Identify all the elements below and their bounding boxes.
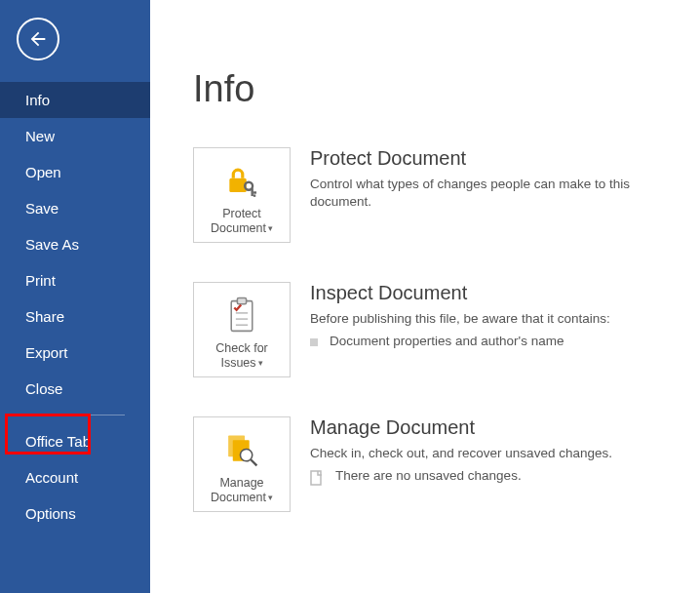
back-button[interactable] xyxy=(17,18,59,60)
backstage-sidebar: Info New Open Save Save As Print Share E… xyxy=(0,0,150,593)
nav-item-new[interactable]: New xyxy=(0,118,150,154)
button-label: Manage xyxy=(219,476,263,490)
square-bullet-icon xyxy=(310,338,318,346)
manage-bullet: There are no unsaved changes. xyxy=(335,468,522,483)
nav-item-open[interactable]: Open xyxy=(0,154,150,190)
nav-item-options[interactable]: Options xyxy=(0,495,150,532)
chevron-down-icon: ▾ xyxy=(268,223,273,234)
nav-item-save-as[interactable]: Save As xyxy=(0,226,150,262)
nav-item-info[interactable]: Info xyxy=(0,82,150,118)
svg-line-13 xyxy=(251,459,256,465)
section-protect: Protect Document▾ Protect Document Contr… xyxy=(193,147,657,243)
nav-item-save[interactable]: Save xyxy=(0,190,150,226)
button-label: Check for xyxy=(215,341,268,355)
nav-label: Export xyxy=(25,344,67,361)
nav-label: Options xyxy=(25,505,76,522)
inspect-title: Inspect Document xyxy=(310,282,657,304)
protect-document-button[interactable]: Protect Document▾ xyxy=(193,147,291,243)
nav-label: New xyxy=(25,128,55,144)
chevron-down-icon: ▾ xyxy=(258,358,263,369)
nav-label: Save As xyxy=(25,236,79,253)
nav-label: Close xyxy=(25,380,62,397)
document-icon xyxy=(310,470,324,486)
button-label: Document xyxy=(211,491,266,504)
svg-rect-3 xyxy=(253,191,256,193)
section-inspect: Check for Issues▾ Inspect Document Befor… xyxy=(193,282,657,377)
nav-label: Save xyxy=(25,200,58,217)
documents-magnify-icon xyxy=(222,431,261,470)
checklist-icon xyxy=(223,296,260,336)
button-label: Protect xyxy=(222,207,261,220)
protect-desc: Control what types of changes people can… xyxy=(310,176,657,211)
nav-item-share[interactable]: Share xyxy=(0,298,150,335)
svg-point-12 xyxy=(240,449,252,460)
button-label: Issues xyxy=(220,356,255,370)
check-for-issues-button[interactable]: Check for Issues▾ xyxy=(193,282,291,377)
page-title: Info xyxy=(193,68,657,110)
nav-label: Account xyxy=(25,469,78,486)
nav-item-close[interactable]: Close xyxy=(0,371,150,407)
inspect-bullet: Document properties and author's name xyxy=(330,334,564,348)
lock-key-icon xyxy=(223,163,260,200)
main-panel: Info Protect Document▾ Protect Document xyxy=(150,0,700,593)
nav-item-export[interactable]: Export xyxy=(0,335,150,371)
manage-title: Manage Document xyxy=(310,416,657,439)
nav-label: Share xyxy=(25,308,64,325)
button-label: Document xyxy=(211,221,266,235)
nav-separator xyxy=(25,415,125,415)
back-arrow-icon xyxy=(27,28,49,50)
section-manage: Manage Document▾ Manage Document Check i… xyxy=(193,416,657,512)
manage-desc: Check in, check out, and recover unsaved… xyxy=(310,445,657,462)
svg-rect-6 xyxy=(237,298,246,304)
nav-label: Open xyxy=(25,164,61,180)
svg-rect-14 xyxy=(311,471,321,485)
svg-rect-4 xyxy=(253,194,255,196)
nav-item-print[interactable]: Print xyxy=(0,262,150,298)
svg-rect-2 xyxy=(252,188,253,196)
protect-title: Protect Document xyxy=(310,147,657,170)
nav-item-account[interactable]: Account xyxy=(0,459,150,495)
manage-document-button[interactable]: Manage Document▾ xyxy=(193,416,291,512)
nav-label: Office Tab xyxy=(25,433,91,450)
inspect-desc: Before publishing this file, be aware th… xyxy=(310,310,657,328)
chevron-down-icon: ▾ xyxy=(268,493,273,503)
nav-label: Info xyxy=(25,92,50,108)
nav-label: Print xyxy=(25,272,56,289)
nav-item-office-tab[interactable]: Office Tab xyxy=(0,423,150,459)
